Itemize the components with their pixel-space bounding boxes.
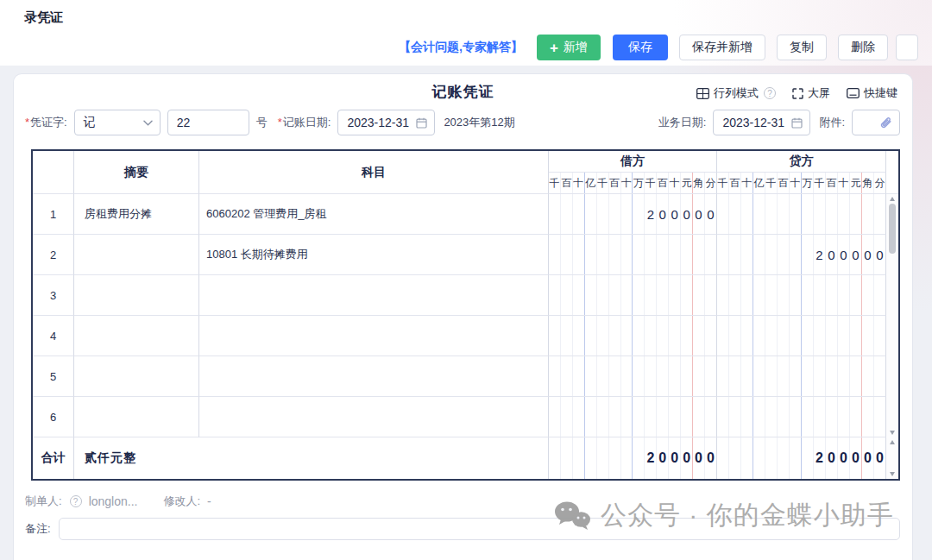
row-mode-toggle[interactable]: 行列模式 ? — [696, 85, 776, 101]
summary-cell[interactable] — [74, 397, 199, 437]
digit-cell — [814, 316, 826, 356]
digit-cell — [802, 356, 814, 396]
row-number-cell[interactable]: 1 — [33, 194, 74, 235]
digit-cell: 0 — [838, 437, 850, 479]
digit-cell — [802, 235, 814, 274]
shortcuts-button[interactable]: 快捷键 — [847, 85, 897, 101]
more-button-clipped[interactable] — [896, 35, 918, 60]
digit-cell — [814, 397, 826, 437]
row-number-cell[interactable]: 3 — [33, 275, 74, 316]
paperclip-icon — [878, 116, 893, 130]
book-date-input[interactable]: 2023-12-31 — [337, 110, 435, 135]
voucher-tools: 行列模式 ? 大屏 快捷键 — [696, 85, 897, 101]
credit-amount-cell[interactable] — [717, 397, 886, 437]
digit-cell — [838, 275, 850, 315]
digit-cell: 百 — [826, 173, 838, 193]
scrollbar-track[interactable] — [889, 201, 896, 431]
expert-help-link[interactable]: 【会计问题,专家解答】 — [399, 40, 523, 55]
digit-cell — [693, 235, 705, 274]
digit-cell: 十 — [838, 173, 850, 193]
digit-cell — [753, 437, 765, 479]
digit-cell — [669, 275, 681, 315]
debit-amount-cell[interactable] — [549, 275, 717, 316]
digit-cell — [609, 437, 621, 479]
credit-amount-cell[interactable] — [717, 356, 886, 397]
digit-cell — [765, 316, 778, 356]
account-cell[interactable] — [199, 356, 549, 397]
digit-cell — [753, 316, 765, 356]
table-scrollbar[interactable] — [886, 194, 898, 437]
digit-cell: 十 — [741, 173, 753, 193]
summary-cell[interactable] — [74, 316, 199, 356]
plus-icon: + — [550, 41, 558, 55]
row-number-cell[interactable]: 4 — [33, 316, 74, 356]
debit-amount-cell[interactable] — [549, 316, 717, 356]
calendar-icon — [416, 117, 427, 129]
question-circle-icon[interactable]: ? — [764, 87, 776, 99]
digit-cell — [729, 275, 741, 315]
account-cell[interactable]: 10801 长期待摊费用 — [199, 235, 549, 275]
biz-date-label: 业务日期: — [658, 115, 707, 130]
save-and-add-button[interactable]: 保存并新增 — [679, 35, 765, 60]
total-row-scrollbar[interactable] — [886, 437, 898, 479]
summary-cell[interactable]: 房租费用分摊 — [74, 194, 199, 235]
scroll-down-arrow-icon[interactable] — [890, 472, 895, 476]
add-button[interactable]: + 新增 — [537, 35, 601, 60]
scroll-up-arrow-icon[interactable] — [890, 440, 895, 444]
biz-date-input[interactable]: 2023-12-31 — [713, 110, 810, 135]
digit-cell: 角 — [862, 173, 874, 193]
digit-cell: 0 — [874, 235, 885, 274]
debit-amount-cell[interactable]: 200000 — [549, 194, 717, 235]
row-number-cell[interactable]: 6 — [33, 397, 74, 437]
digit-cell — [585, 194, 597, 234]
question-circle-icon[interactable]: ? — [70, 495, 82, 507]
scrollbar-thumb[interactable] — [889, 204, 896, 254]
digit-cell: 0 — [681, 194, 693, 234]
digit-cell — [778, 275, 790, 315]
row-number-cell[interactable]: 2 — [33, 235, 74, 275]
digit-cell — [657, 356, 669, 396]
digit-cell — [741, 356, 753, 396]
book-date-value: 2023-12-31 — [347, 116, 409, 129]
credit-amount-cell[interactable] — [717, 275, 886, 316]
digit-cell — [741, 194, 753, 234]
delete-button[interactable]: 删除 — [838, 35, 888, 60]
digit-cell: 0 — [693, 194, 705, 234]
account-cell[interactable] — [199, 397, 549, 437]
summary-cell[interactable] — [74, 235, 199, 275]
credit-column-header: 贷方 — [717, 151, 886, 173]
digit-cell — [753, 356, 765, 396]
save-button[interactable]: 保存 — [613, 35, 668, 60]
digit-cell: 0 — [862, 437, 874, 479]
digit-cell — [609, 316, 621, 356]
digit-cell — [585, 437, 597, 479]
remark-input[interactable] — [59, 518, 900, 540]
row-number-cell[interactable]: 5 — [33, 356, 74, 397]
debit-amount-cell[interactable] — [549, 356, 717, 397]
digit-cell — [705, 275, 716, 315]
account-cell[interactable] — [199, 316, 549, 356]
credit-amount-cell[interactable]: 200000 — [717, 235, 886, 275]
digit-cell: 亿 — [585, 173, 597, 193]
big-screen-button[interactable]: 大屏 — [792, 85, 830, 101]
digit-cell: 千 — [645, 173, 657, 193]
voucher-number-input[interactable] — [167, 110, 249, 135]
summary-cell[interactable] — [74, 275, 199, 316]
digit-cell — [790, 397, 802, 437]
debit-amount-cell[interactable] — [549, 397, 717, 437]
digit-cell — [561, 397, 573, 437]
debit-amount-cell[interactable] — [549, 235, 717, 275]
scroll-down-arrow-icon[interactable] — [890, 431, 895, 435]
credit-amount-cell[interactable] — [717, 194, 886, 235]
digit-cell: 十 — [790, 173, 802, 193]
total-debit-amount: 200000 — [549, 437, 717, 479]
voucher-word-select[interactable]: 记 — [74, 110, 161, 135]
attachment-box[interactable] — [852, 110, 900, 135]
copy-button[interactable]: 复制 — [777, 35, 827, 60]
account-cell[interactable]: 6060202 管理费用_房租 — [199, 194, 549, 235]
account-cell[interactable] — [199, 275, 549, 316]
credit-amount-cell[interactable] — [717, 316, 886, 356]
big-screen-label: 大屏 — [808, 85, 830, 101]
summary-cell[interactable] — [74, 356, 199, 397]
digit-cell — [814, 356, 826, 396]
